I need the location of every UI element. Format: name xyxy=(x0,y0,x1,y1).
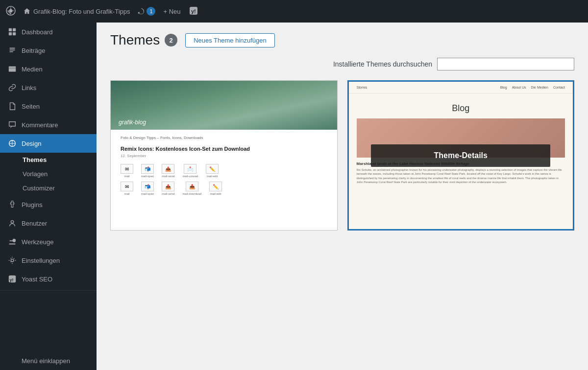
theme-count-badge: 2 xyxy=(165,34,177,46)
sidebar: Dashboard Beiträge Medien Links Seiten K… xyxy=(0,23,97,370)
sidebar-sub-vorlagen[interactable]: Vorlagen xyxy=(0,167,97,181)
svg-point-9 xyxy=(10,69,12,71)
design-submenu: Themes Vorlagen Customizer xyxy=(0,153,97,195)
theme-details-overlay[interactable]: Theme-Details xyxy=(371,144,550,167)
twtf-article-text: Ric Schulte, an acclaimed photographer k… xyxy=(357,168,565,185)
sidebar-item-medien[interactable]: Medien xyxy=(0,60,97,78)
page-title-wrap: Themes 2 xyxy=(110,32,177,48)
new-content-button[interactable]: + Neu xyxy=(163,8,180,15)
sidebar-item-yoast-seo[interactable]: y! Yoast SEO xyxy=(0,270,97,288)
svg-rect-6 xyxy=(9,32,12,35)
search-area: Installierte Themes durchsuchen xyxy=(110,58,574,70)
main-content: Themes 2 Neues Theme hinzufügen Installi… xyxy=(97,23,588,370)
sidebar-item-benutzer[interactable]: Benutzer xyxy=(0,214,97,232)
sidebar-item-design[interactable]: Design xyxy=(0,134,97,153)
grafik-icons-row: ✉mail 📬mail-open 📤mail-send 📩mail-unread… xyxy=(121,164,327,178)
wp-logo-icon[interactable] xyxy=(6,6,16,17)
search-label: Installierte Themes durchsuchen xyxy=(333,60,432,68)
svg-point-1 xyxy=(9,9,13,12)
svg-point-12 xyxy=(11,259,13,261)
svg-rect-5 xyxy=(13,28,16,31)
sidebar-item-werkzeuge[interactable]: Werkzeuge xyxy=(0,232,97,251)
theme-footer-grafikblog: Aktiv: GrafikBlog 2.0 Customizer xyxy=(111,230,337,231)
page-header: Themes 2 Neues Theme hinzufügen xyxy=(110,32,574,48)
themes-grid: grafik-blog Foto & Design Tipps – Fonts,… xyxy=(110,80,574,231)
svg-text:y!: y! xyxy=(10,278,14,282)
sidebar-item-einstellungen[interactable]: Einstellungen xyxy=(0,251,97,270)
sidebar-divider xyxy=(0,290,97,291)
twtf-nav-links: Blog About Us Die Medien Contact xyxy=(500,86,565,89)
theme-preview-grafikblog: grafik-blog Foto & Design Tipps – Fonts,… xyxy=(111,81,337,230)
twtf-blog-heading: Blog xyxy=(349,93,573,118)
sidebar-item-seiten[interactable]: Seiten xyxy=(0,97,97,116)
sidebar-item-dashboard[interactable]: Dashboard xyxy=(0,23,97,41)
grafik-content: Foto & Design Tipps – Fonts, Icons, Down… xyxy=(111,130,337,230)
sidebar-item-kommentare[interactable]: Kommentare xyxy=(0,116,97,134)
theme-footer-twentytwentyfive: Twenty Twenty-Fi Aktivieren Live-Vorscha… xyxy=(349,229,573,231)
sidebar-item-links[interactable]: Links xyxy=(0,78,97,97)
yoast-icon[interactable]: y! xyxy=(189,6,198,17)
svg-rect-7 xyxy=(13,32,16,35)
theme-card-grafikblog[interactable]: grafik-blog Foto & Design Tipps – Fonts,… xyxy=(110,80,338,231)
sidebar-item-beitrage[interactable]: Beiträge xyxy=(0,41,97,60)
sidebar-sub-themes[interactable]: Themes xyxy=(0,153,97,167)
grafik-icons-row-2: ✉mail 📬mail-open 📤mail-send 📥mail-downlo… xyxy=(121,182,327,195)
svg-rect-8 xyxy=(9,67,16,72)
svg-rect-4 xyxy=(9,28,12,31)
theme-preview-twentytwentyfive: Stories Blog About Us Die Medien Contact… xyxy=(349,82,573,229)
grafik-header-image: grafik-blog xyxy=(111,81,337,130)
grafik-tagline: Foto & Design Tipps – Fonts, Icons, Down… xyxy=(121,136,327,140)
page-title: Themes xyxy=(110,32,160,48)
svg-text:y!: y! xyxy=(191,8,196,14)
twtf-brand: Stories xyxy=(357,86,368,89)
sidebar-sub-customizer[interactable]: Customizer xyxy=(0,181,97,195)
collapse-menu-button[interactable]: Menü einklappen xyxy=(0,351,97,370)
site-breadcrumb[interactable]: Grafik-Blog: Foto und Grafik-Tipps xyxy=(24,8,130,15)
svg-point-11 xyxy=(11,221,13,223)
search-input[interactable] xyxy=(437,58,574,70)
grafik-article-title: Remix Icons: Kostenloses Icon-Set zum Do… xyxy=(121,146,327,152)
theme-card-twentytwentyfive[interactable]: Stories Blog About Us Die Medien Contact… xyxy=(347,80,575,231)
add-theme-button[interactable]: Neues Theme hinzufügen xyxy=(185,33,275,47)
sidebar-item-plugins[interactable]: Plugins xyxy=(0,195,97,214)
topbar: Grafik-Blog: Foto und Grafik-Tipps 1 + N… xyxy=(0,0,588,23)
updates-count: 1 xyxy=(147,7,155,16)
twtf-nav: Stories Blog About Us Die Medien Contact xyxy=(349,82,573,93)
grafik-article-date: 12. September xyxy=(121,154,327,158)
grafik-blog-logo: grafik-blog xyxy=(119,119,329,126)
updates-icon[interactable]: 1 xyxy=(138,7,155,16)
